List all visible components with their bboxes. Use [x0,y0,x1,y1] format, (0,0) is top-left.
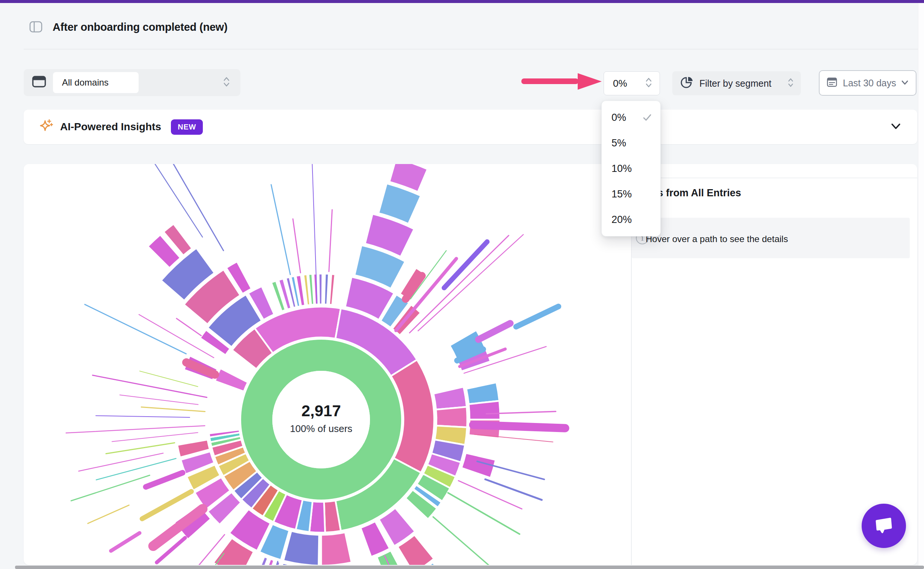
chevron-updown-icon [787,76,795,90]
sunburst-ray[interactable] [96,416,190,417]
sunburst-segment[interactable] [329,274,335,305]
horizontal-scrollbar[interactable] [15,566,924,569]
paths-chart-card: 2,917 100% of users Paths from All Entri… [24,164,917,565]
sunburst-ray[interactable] [66,426,205,433]
sunburst-segment[interactable] [469,401,500,420]
domain-selector[interactable]: All domains [24,69,240,96]
top-accent-bar [0,0,924,3]
sparkle-star-icon [38,118,54,136]
sunburst-segment[interactable] [253,557,268,565]
scrollbar-track[interactable] [918,3,924,569]
annotation-arrow [521,73,602,91]
sunburst-ray[interactable] [96,459,176,480]
page-title: After onboarding completed (new) [53,21,228,33]
sunburst-segment[interactable] [321,532,352,565]
sunburst-ray[interactable] [433,517,493,565]
chevron-down-icon [900,77,910,88]
sunburst-ray[interactable] [78,453,163,471]
sunburst-ray[interactable] [92,375,207,397]
sunburst-ray[interactable] [271,185,290,275]
chart-center-value: 2,917 [301,402,341,420]
ai-insights-title: AI-Powered Insights [60,121,161,133]
percent-selected-value: 0% [613,78,627,89]
percent-option-label: 15% [611,189,632,200]
sunburst-ray[interactable] [146,473,183,487]
percent-option[interactable]: 10% [602,156,660,181]
percent-option[interactable]: 15% [602,182,660,207]
sunburst-segment[interactable] [283,531,319,565]
percent-option[interactable]: 5% [602,131,660,155]
percent-option-label: 0% [611,112,626,123]
sunburst-chart[interactable]: 2,917 100% of users [24,164,631,565]
sunburst-segment[interactable] [215,368,248,391]
browser-window-icon [32,75,46,90]
sunburst-segment[interactable] [324,274,329,304]
sunburst-segment[interactable] [314,274,318,304]
app-screen: After onboarding completed (new) All dom… [0,0,924,569]
domain-selected-value[interactable]: All domains [53,72,139,93]
date-range-button[interactable]: Last 30 days [819,70,916,96]
sunburst-ray[interactable] [409,235,509,333]
sunburst-ray[interactable] [479,324,511,340]
chevron-updown-icon [645,76,653,90]
new-badge: NEW [171,119,203,135]
chat-button[interactable] [861,504,906,548]
sidebar-toggle-icon[interactable] [29,20,43,34]
sunburst-ray[interactable] [473,425,565,428]
sunburst-ray[interactable] [418,234,523,331]
sunburst-ray[interactable] [448,493,520,534]
percent-option[interactable]: 20% [602,207,660,232]
percent-option-label: 20% [611,214,632,225]
pie-chart-icon [681,76,693,90]
calendar-icon [826,76,838,89]
sunburst-ray[interactable] [177,318,201,336]
sunburst-ray[interactable] [85,304,186,354]
percent-option-label: 5% [611,137,626,149]
percent-threshold-select[interactable]: 0% [604,71,660,95]
sunburst-ray[interactable] [88,505,129,523]
chat-bubble-icon [871,513,896,539]
sunburst-ray[interactable] [120,395,198,405]
chevron-down-icon[interactable] [889,120,902,134]
date-range-label: Last 30 days [843,78,896,88]
sunburst-ray[interactable] [111,533,139,551]
sunburst-ray[interactable] [516,307,558,327]
sunburst-ray[interactable] [71,475,149,501]
sunburst-ray[interactable] [329,210,332,272]
segment-filter-button[interactable]: Filter by segment [672,71,801,95]
sunburst-ray[interactable] [112,433,198,442]
percent-option-label: 10% [611,163,632,175]
chevron-updown-icon [223,75,231,90]
sunburst-ray[interactable] [474,434,553,442]
checkmark-icon [642,113,652,122]
sunburst-segment[interactable] [319,274,322,304]
ai-insights-card[interactable]: AI-Powered Insights NEW [24,110,917,144]
percent-dropdown-menu: 0%5%10%15%20% [601,100,661,236]
sunburst-ray[interactable] [141,407,205,412]
header-divider [24,49,924,50]
panel-top-border [631,178,917,178]
segment-filter-label: Filter by segment [699,78,772,89]
percent-option[interactable]: 0% [602,105,660,130]
sunburst-ray[interactable] [140,371,198,386]
chart-center-label: 100% of users [290,423,352,434]
hint-text: Hover over a path to see the details [646,234,788,244]
sunburst-segment[interactable] [436,407,467,427]
sunburst-segment[interactable] [433,387,467,410]
sunburst-ray[interactable] [106,443,175,454]
sunburst-ray[interactable] [293,219,300,273]
